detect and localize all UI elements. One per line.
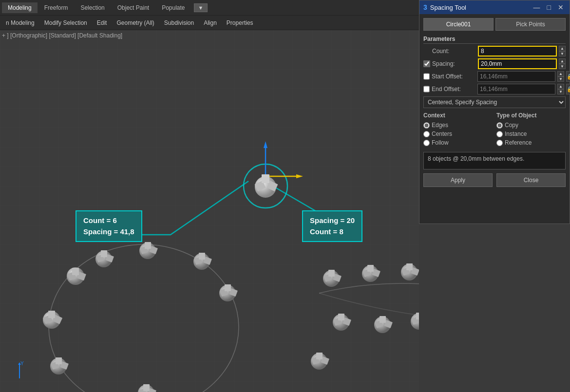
spacing-label: Spacing:: [432, 60, 476, 67]
apply-btn[interactable]: Apply: [423, 173, 493, 187]
geometry-all-btn[interactable]: Geometry (All): [113, 18, 158, 28]
tooltip-left: Count = 6 Spacing = 41,8: [76, 210, 142, 242]
instance-radio[interactable]: [496, 131, 503, 137]
reference-label: Reference: [505, 139, 532, 146]
reference-radio[interactable]: [496, 140, 503, 146]
spacing-row: Spacing: ▲ ▼: [423, 58, 566, 69]
follow-label: Follow: [432, 139, 449, 146]
svg-rect-76: [262, 174, 269, 183]
end-offset-down-btn[interactable]: ▼: [557, 89, 564, 94]
subdivision-btn[interactable]: Subdivision: [160, 18, 198, 28]
count-down-btn[interactable]: ▼: [559, 51, 566, 56]
svg-point-29: [219, 285, 236, 301]
start-offset-checkbox[interactable]: [423, 73, 430, 80]
tab-object-paint[interactable]: Object Paint: [112, 2, 155, 13]
end-offset-input[interactable]: [477, 84, 555, 94]
spacing-down-btn[interactable]: ▼: [559, 64, 566, 69]
svg-point-57: [374, 317, 391, 333]
svg-rect-23: [149, 246, 158, 254]
copy-label: Copy: [505, 122, 518, 129]
svg-rect-22: [140, 246, 149, 254]
spacing-checkbox[interactable]: [423, 60, 430, 67]
spacing-mode-dropdown[interactable]: Centered, Specify Spacing Centered, Spec…: [423, 96, 566, 108]
svg-rect-19: [53, 315, 62, 324]
status-area: 8 objects @ 20,0mm between edges.: [423, 152, 566, 169]
svg-point-4: [49, 244, 239, 392]
follow-radio[interactable]: [423, 140, 430, 146]
svg-point-49: [401, 264, 418, 280]
close-btn[interactable]: Close: [496, 173, 566, 187]
centers-radio[interactable]: [423, 131, 430, 137]
svg-rect-12: [72, 268, 79, 275]
start-offset-input[interactable]: [477, 71, 555, 82]
spacing-tool-panel: 3 Spacing Tool — □ ✕ Circle001 Pick Poin…: [419, 0, 570, 224]
action-buttons: Apply Close: [423, 173, 566, 187]
modify-selection-btn[interactable]: Modify Selection: [40, 18, 91, 28]
svg-rect-52: [406, 263, 413, 270]
parameters-section-label: Parameters: [423, 35, 566, 44]
n-modeling-btn[interactable]: n Modeling: [2, 18, 38, 28]
svg-rect-43: [333, 274, 342, 282]
end-offset-row: End Offset: ▲ ▼ 🔒: [423, 84, 566, 94]
svg-rect-18: [43, 315, 53, 324]
context-type-row: Context Edges Centers Follow Type of Obj…: [423, 112, 566, 148]
pick-points-btn[interactable]: Pick Points: [495, 18, 566, 31]
svg-rect-66: [311, 356, 320, 365]
minimize-btn[interactable]: —: [532, 3, 542, 11]
start-offset-lock[interactable]: 🔒: [566, 71, 570, 82]
svg-rect-20: [48, 311, 55, 318]
svg-rect-24: [145, 242, 151, 249]
align-btn[interactable]: Align: [200, 18, 221, 28]
viewport-header: + ] [Orthographic] [Standard] [Default S…: [2, 32, 122, 39]
svg-rect-46: [362, 269, 371, 277]
start-offset-spinner: ▲ ▼: [557, 71, 564, 82]
edges-radio[interactable]: [423, 122, 430, 129]
svg-rect-64: [416, 313, 419, 319]
svg-text:Y: Y: [20, 361, 24, 366]
tab-selection[interactable]: Selection: [75, 2, 110, 13]
end-offset-checkbox[interactable]: [423, 86, 430, 93]
follow-radio-row: Follow: [423, 139, 493, 146]
svg-rect-16: [101, 250, 107, 257]
svg-marker-8: [296, 174, 303, 178]
close-panel-btn[interactable]: ✕: [556, 3, 566, 11]
start-offset-down-btn[interactable]: ▼: [557, 76, 564, 82]
svg-point-53: [333, 314, 349, 331]
circle001-btn[interactable]: Circle001: [423, 18, 494, 31]
count-row: Count: ▲ ▼: [423, 46, 566, 56]
svg-rect-48: [367, 265, 374, 272]
svg-rect-62: [411, 317, 419, 325]
panel-title: Spacing Tool: [430, 4, 529, 11]
copy-radio-row: Copy: [496, 122, 566, 129]
restore-btn[interactable]: □: [545, 3, 553, 11]
svg-point-25: [193, 253, 210, 270]
edit-btn[interactable]: Edit: [93, 18, 111, 28]
count-input[interactable]: [478, 46, 557, 56]
svg-rect-55: [342, 317, 351, 326]
start-offset-up-btn[interactable]: ▲: [557, 71, 564, 76]
tab-freeform[interactable]: Freeform: [38, 2, 74, 13]
end-offset-lock[interactable]: 🔒: [566, 84, 570, 94]
type-column: Type of Object Copy Instance Reference: [496, 112, 566, 148]
spacing-input[interactable]: [478, 58, 557, 69]
count-label: Count:: [432, 48, 476, 55]
svg-rect-47: [372, 269, 380, 277]
tab-modeling[interactable]: Modeling: [2, 2, 38, 13]
svg-rect-39: [148, 388, 156, 392]
svg-rect-32: [225, 284, 231, 291]
panel-titlebar: 3 Spacing Tool — □ ✕: [419, 0, 570, 14]
viewport: + ] [Orthographic] [Standard] [Default S…: [0, 30, 419, 392]
spacing-spinner: ▲ ▼: [559, 58, 566, 69]
copy-radio[interactable]: [496, 122, 503, 129]
context-column: Context Edges Centers Follow: [423, 112, 493, 148]
spacing-up-btn[interactable]: ▲: [559, 58, 566, 64]
tab-populate[interactable]: Populate: [156, 2, 190, 13]
svg-rect-38: [138, 388, 147, 392]
svg-rect-59: [384, 320, 393, 328]
start-offset-row: Start Offset: ▲ ▼ 🔒: [423, 71, 566, 82]
count-spinner: ▲ ▼: [559, 46, 566, 56]
properties-btn[interactable]: Properties: [223, 18, 257, 28]
end-offset-up-btn[interactable]: ▲: [557, 84, 564, 89]
count-up-btn[interactable]: ▲: [559, 46, 566, 51]
dropdown-btn[interactable]: ▼: [194, 3, 208, 12]
